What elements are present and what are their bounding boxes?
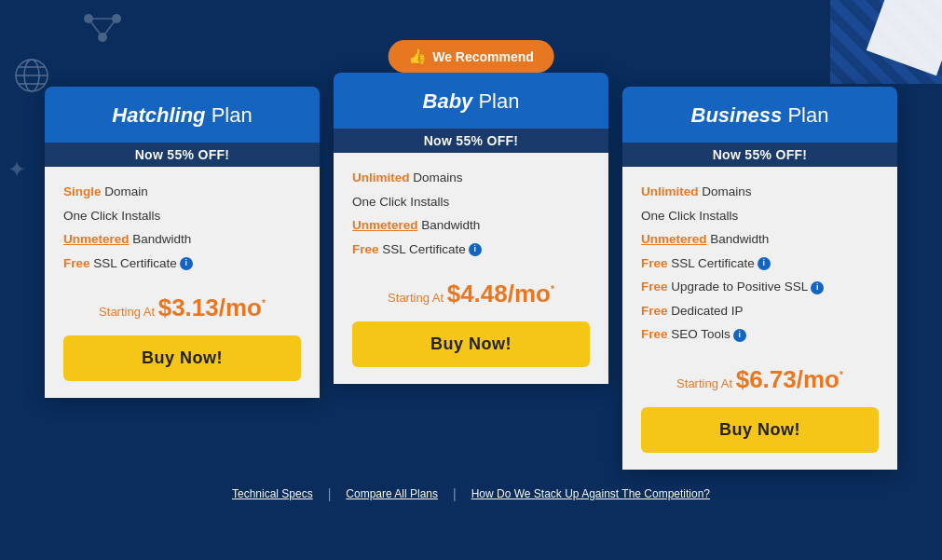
info-icon[interactable]: i xyxy=(758,257,771,270)
feature-item: Unlimited Domains xyxy=(352,170,590,186)
bg-stripe-pattern xyxy=(830,0,942,84)
plan-body: Unlimited DomainsOne Click InstallsUnmet… xyxy=(622,167,897,470)
info-icon[interactable]: i xyxy=(733,329,746,342)
footer-divider: | xyxy=(453,486,457,501)
feature-item: Unmetered Bandwidth xyxy=(352,217,590,234)
starting-at-text: Starting At xyxy=(99,305,158,319)
info-icon[interactable]: i xyxy=(469,243,482,256)
svg-line-5 xyxy=(102,19,116,37)
feature-item: One Click Installs xyxy=(641,208,879,225)
feature-highlight: Free xyxy=(352,242,379,256)
feature-highlight: Free xyxy=(63,256,90,270)
plan-name-bold: Hatchling xyxy=(112,103,205,127)
plan-pricing: Starting At $3.13/mo* xyxy=(63,294,301,322)
feature-item: One Click Installs xyxy=(63,208,301,225)
info-icon[interactable]: i xyxy=(180,257,193,270)
feature-list: Single DomainOne Click InstallsUnmetered… xyxy=(63,184,301,279)
plan-body: Unlimited DomainsOne Click InstallsUnmet… xyxy=(334,153,608,384)
info-icon[interactable]: i xyxy=(811,281,824,294)
plan-pricing: Starting At $6.73/mo* xyxy=(641,365,879,394)
plan-title: Business Plan xyxy=(641,103,879,128)
plan-title: Baby Plan xyxy=(352,89,590,114)
plans-container: Hatchling Plan Now 55% OFF! Single Domai… xyxy=(45,87,897,470)
price-asterisk: * xyxy=(262,299,266,309)
feature-highlight: Free xyxy=(641,256,668,270)
feature-highlight: Free xyxy=(641,304,668,318)
plan-name-bold: Baby xyxy=(423,89,473,113)
feature-item: Single Domain xyxy=(63,184,301,200)
feature-highlight: Unmetered xyxy=(641,232,707,246)
plan-discount: Now 55% OFF! xyxy=(334,129,608,153)
feature-item: Free Dedicated IP xyxy=(641,303,879,320)
spark-icon: ✦ xyxy=(7,157,26,183)
buy-now-button[interactable]: Buy Now! xyxy=(352,321,590,367)
feature-highlight: Free xyxy=(641,327,668,341)
plan-card-baby: 👍 We Recommend Baby Plan Now 55% OFF! Un… xyxy=(334,73,608,384)
feature-item: Free SSL Certificatei xyxy=(641,255,879,272)
feature-item: Free Upgrade to Positive SSLi xyxy=(641,279,879,295)
plan-price: $3.13/mo* xyxy=(158,294,266,321)
feature-highlight: Unlimited xyxy=(352,171,410,184)
svg-point-2 xyxy=(98,33,107,42)
starting-at-text: Starting At xyxy=(676,376,736,390)
plan-header: Hatchling Plan xyxy=(45,87,320,143)
plan-name-bold: Business xyxy=(691,103,783,127)
buy-now-button[interactable]: Buy Now! xyxy=(641,407,879,453)
plan-header: Baby Plan xyxy=(334,73,608,129)
plan-price: $6.73/mo* xyxy=(736,365,843,393)
plan-card-hatchling: Hatchling Plan Now 55% OFF! Single Domai… xyxy=(45,87,320,398)
price-asterisk: * xyxy=(840,370,843,380)
feature-highlight: Free xyxy=(641,280,668,294)
feature-item: Free SEO Toolsi xyxy=(641,326,879,343)
feature-item: One Click Installs xyxy=(352,194,590,211)
footer-link-compare-plans[interactable]: Compare All Plans xyxy=(346,487,438,500)
svg-point-0 xyxy=(84,14,93,23)
svg-point-1 xyxy=(112,14,121,23)
feature-highlight: Unmetered xyxy=(63,232,130,246)
plan-price: $4.48/mo* xyxy=(447,280,554,307)
plan-discount: Now 55% OFF! xyxy=(45,143,320,167)
svg-line-4 xyxy=(89,19,102,37)
feature-item: Unlimited Domains xyxy=(641,184,879,200)
plan-body: Single DomainOne Click InstallsUnmetered… xyxy=(45,167,320,398)
network-icon xyxy=(79,9,126,47)
feature-item: Free SSL Certificatei xyxy=(63,255,301,272)
plan-header: Business Plan xyxy=(622,87,897,143)
plan-title: Hatchling Plan xyxy=(63,103,301,128)
footer-divider: | xyxy=(328,486,332,501)
feature-list: Unlimited DomainsOne Click InstallsUnmet… xyxy=(641,184,879,350)
feature-highlight: Unlimited xyxy=(641,184,699,198)
feature-item: Unmetered Bandwidth xyxy=(641,231,879,248)
recommend-label: We Recommend xyxy=(432,49,534,64)
svg-point-6 xyxy=(16,60,48,91)
plan-card-business: Business Plan Now 55% OFF! Unlimited Dom… xyxy=(622,87,897,470)
feature-highlight: Single xyxy=(63,184,102,198)
plan-discount: Now 55% OFF! xyxy=(622,143,897,167)
feature-item: Free SSL Certificatei xyxy=(352,241,590,258)
svg-point-7 xyxy=(24,60,39,91)
footer-link-tech-specs[interactable]: Technical Specs xyxy=(232,487,313,500)
feature-item: Unmetered Bandwidth xyxy=(63,231,301,248)
bg-paper-fold xyxy=(867,0,942,75)
footer-links: Technical Specs|Compare All Plans|How Do… xyxy=(232,486,710,501)
feature-list: Unlimited DomainsOne Click InstallsUnmet… xyxy=(352,170,590,265)
buy-now-button[interactable]: Buy Now! xyxy=(63,335,301,381)
price-asterisk: * xyxy=(551,285,554,295)
feature-highlight: Unmetered xyxy=(352,218,418,232)
plan-pricing: Starting At $4.48/mo* xyxy=(352,280,590,308)
recommend-badge: 👍 We Recommend xyxy=(388,40,554,73)
footer-link-stack-up[interactable]: How Do We Stack Up Against The Competiti… xyxy=(471,487,710,500)
starting-at-text: Starting At xyxy=(388,291,447,305)
thumb-icon: 👍 xyxy=(408,48,427,65)
